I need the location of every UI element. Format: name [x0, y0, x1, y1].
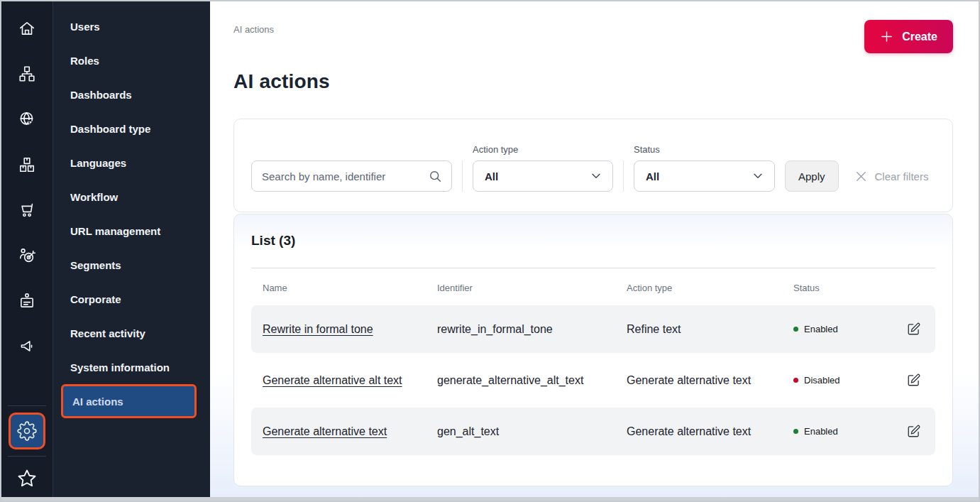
clear-filters-label: Clear filters	[875, 170, 929, 182]
plus-icon	[880, 30, 893, 43]
megaphone-icon	[18, 337, 36, 356]
edit-button[interactable]	[905, 422, 923, 440]
column-header-identifier: Identifier	[437, 283, 627, 293]
rail-item-home[interactable]	[1, 6, 53, 51]
cart-icon	[18, 201, 36, 219]
action-type-filter-group: Action type All	[473, 144, 613, 192]
breadcrumb: AI actions	[233, 24, 274, 35]
create-button-label: Create	[902, 31, 937, 43]
main-content: AI actions Create AI actions Action type…	[210, 1, 979, 501]
row-action-type: Generate alternative text	[627, 374, 793, 387]
action-type-select[interactable]: All	[473, 160, 613, 192]
top-row: AI actions Create	[233, 20, 953, 53]
status-select[interactable]: All	[634, 160, 775, 192]
row-action-type: Refine text	[627, 323, 793, 336]
target-icon	[18, 246, 36, 265]
table-row: Generate alternative alt text generate_a…	[251, 356, 935, 404]
page-title: AI actions	[233, 70, 953, 93]
filter-panel: Action type All Status All Apply Clear f…	[233, 119, 953, 212]
edit-button[interactable]	[905, 371, 923, 389]
star-icon	[16, 468, 38, 489]
window-bottom-edge	[1, 497, 979, 501]
table-row: Generate alternative text gen_alt_text G…	[251, 408, 935, 455]
rail-item-favorites[interactable]	[16, 457, 38, 501]
column-header-action-type: Action type	[627, 283, 793, 293]
row-action-type: Generate alternative text	[627, 425, 793, 438]
create-button[interactable]: Create	[864, 20, 953, 53]
search-input[interactable]	[262, 170, 428, 182]
filter-divider-2	[623, 160, 624, 192]
app-window: Users Roles Dashboards Dashboard type La…	[0, 0, 980, 502]
sidebar-item-workflow[interactable]: Workflow	[53, 180, 210, 214]
status-value: All	[646, 170, 659, 182]
sidebar-item-recent-activity[interactable]: Recent activity	[53, 316, 210, 350]
status-dot	[793, 429, 798, 434]
row-identifier: gen_alt_text	[437, 425, 627, 438]
column-header-actions	[892, 283, 935, 293]
packages-icon	[18, 155, 36, 174]
sidebar-item-users[interactable]: Users	[53, 9, 210, 43]
rail-item-badge[interactable]	[1, 278, 53, 324]
home-icon	[18, 19, 36, 38]
sidebar-item-system-information[interactable]: System information	[53, 350, 210, 384]
sidebar-item-segments[interactable]: Segments	[53, 248, 210, 282]
rail-item-goals[interactable]	[1, 233, 53, 278]
row-name-link[interactable]: Rewrite in formal tone	[263, 323, 373, 335]
edit-icon	[906, 373, 921, 388]
row-identifier: rewrite_in_formal_tone	[437, 323, 627, 336]
rail-item-packages[interactable]	[1, 142, 53, 187]
row-name-link[interactable]: Generate alternative text	[263, 425, 387, 437]
table-header-row: Name Identifier Action type Status	[251, 268, 935, 305]
id-badge-icon	[18, 292, 36, 310]
org-chart-icon	[18, 65, 36, 83]
sidebar-item-corporate[interactable]: Corporate	[53, 282, 210, 316]
chevron-down-icon	[590, 170, 602, 182]
search-icon[interactable]	[428, 169, 443, 184]
gear-icon	[17, 421, 37, 441]
row-identifier: generate_alternative_alt_text	[437, 374, 627, 387]
sidebar-item-dashboard-type[interactable]: Dashboard type	[53, 111, 210, 146]
action-type-label: Action type	[473, 144, 613, 155]
sidebar-item-url-management[interactable]: URL management	[53, 214, 210, 248]
status-dot	[793, 378, 798, 383]
sidebar-item-languages[interactable]: Languages	[53, 146, 210, 180]
close-icon	[854, 170, 868, 183]
list-panel: List (3) Name Identifier Action type Sta…	[233, 214, 953, 486]
rail-item-globe[interactable]	[1, 97, 53, 142]
apply-button[interactable]: Apply	[785, 160, 839, 192]
filter-divider-1	[462, 160, 463, 192]
sidebar-item-ai-actions-selected[interactable]: AI actions	[61, 384, 197, 418]
status-label: Status	[634, 144, 775, 155]
status-filter-group: Status All	[634, 144, 775, 192]
row-status: Enabled	[793, 324, 892, 334]
list-heading: List (3)	[251, 233, 935, 249]
icon-rail	[1, 1, 53, 501]
rail-divider-top	[8, 405, 46, 406]
status-text: Disabled	[804, 375, 840, 386]
rail-item-org-chart[interactable]	[1, 51, 53, 97]
chevron-down-icon	[751, 170, 764, 182]
sidebar-item-dashboards[interactable]: Dashboards	[53, 77, 210, 111]
status-dot	[793, 327, 798, 332]
sidebar-item-roles[interactable]: Roles	[53, 43, 210, 77]
row-status: Disabled	[793, 375, 892, 386]
rail-item-announcements[interactable]	[1, 324, 53, 369]
rail-item-settings-selected[interactable]	[9, 413, 45, 449]
row-status: Enabled	[793, 426, 892, 437]
sidebar: Users Roles Dashboards Dashboard type La…	[53, 1, 210, 501]
table-row: Rewrite in formal tone rewrite_in_formal…	[251, 305, 935, 353]
globe-icon	[18, 110, 36, 129]
clear-filters-button[interactable]: Clear filters	[854, 160, 929, 192]
column-header-status: Status	[793, 283, 892, 293]
column-header-name: Name	[251, 283, 437, 293]
status-text: Enabled	[804, 426, 838, 437]
edit-button[interactable]	[905, 320, 923, 338]
action-type-value: All	[485, 170, 498, 182]
row-name-link[interactable]: Generate alternative alt text	[263, 374, 402, 386]
status-text: Enabled	[804, 324, 838, 334]
search-box	[251, 160, 452, 192]
rail-item-commerce[interactable]	[1, 187, 53, 233]
edit-icon	[906, 322, 921, 337]
edit-icon	[906, 424, 921, 439]
